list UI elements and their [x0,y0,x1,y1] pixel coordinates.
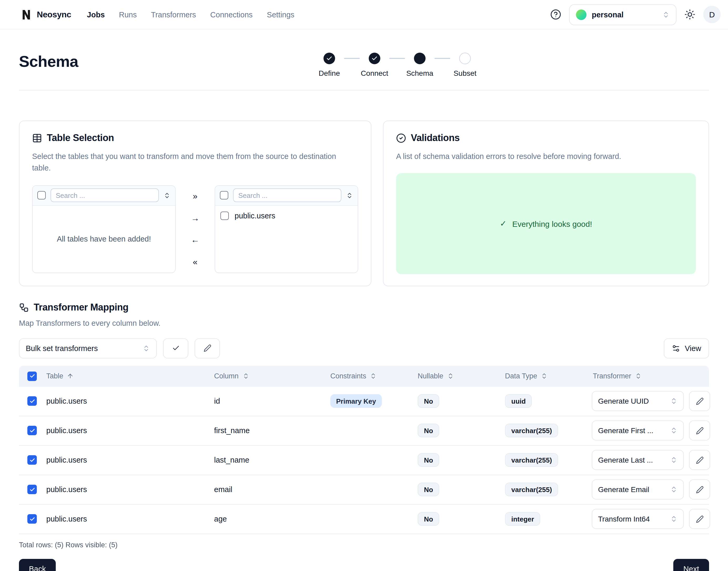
table-row: public.users last_name No varchar(255) G… [19,446,709,475]
workspace-name: personal [592,10,623,19]
theme-toggle-button[interactable] [684,9,695,20]
row-checkbox[interactable] [27,455,37,465]
arrow-up-icon [67,373,74,380]
step-complete-icon [369,52,380,64]
step-label: Connect [361,69,388,77]
sort-header-transformer[interactable]: Transformer [588,372,709,380]
step-schema[interactable]: Schema [405,52,434,77]
view-options-button[interactable]: View [664,338,709,358]
sort-header-column[interactable]: Column [209,372,325,380]
sort-header-constraints[interactable]: Constraints [325,372,412,380]
destination-table-item[interactable]: public.users [215,206,358,226]
success-check-icon: ✓ [500,219,506,229]
bulk-set-transformers-select[interactable]: Bulk set transformers [19,338,157,358]
transformer-select[interactable]: Generate UUID [592,391,684,411]
apply-bulk-button[interactable] [163,338,188,358]
table-selection-title: Table Selection [47,133,114,144]
sort-header-nullable[interactable]: Nullable [412,372,500,380]
user-avatar[interactable]: D [703,6,721,23]
nav-item-transformers[interactable]: Transformers [151,10,196,19]
chevrons-up-down-icon [670,486,678,493]
chevrons-up-down-icon [670,397,678,405]
step-label: Subset [453,69,476,77]
back-button[interactable]: Back [19,559,56,571]
schema-table: Table Column Constraints Nullable Data T… [19,366,709,549]
row-checkbox[interactable] [27,515,37,524]
nav-item-connections[interactable]: Connections [210,10,253,19]
move-all-left-button[interactable]: « [187,254,203,270]
user-avatar-initial: D [709,10,715,19]
datatype-badge: varchar(255) [505,424,558,438]
help-icon [550,9,561,20]
transformer-mapping-title: Transformer Mapping [34,302,128,313]
table-item-label: public.users [235,212,275,220]
row-column-name: id [209,397,325,406]
nav-item-settings[interactable]: Settings [267,10,295,19]
row-column-name: first_name [209,427,325,435]
row-checkbox[interactable] [27,426,37,436]
validation-success-box: ✓ Everything looks good! [396,174,696,274]
sort-header-table[interactable]: Table [41,372,209,380]
edit-transformer-button[interactable] [689,509,710,529]
transformer-select[interactable]: Transform Int64 [592,509,684,529]
edit-bulk-button[interactable] [195,338,220,358]
move-right-button[interactable]: → [187,210,203,226]
row-checkbox[interactable] [27,485,37,494]
nav-item-runs[interactable]: Runs [119,10,137,19]
pencil-icon [696,427,704,435]
step-connector [389,58,405,59]
edit-transformer-button[interactable] [689,450,710,470]
move-left-button[interactable]: ← [187,232,203,248]
table-header-row: Table Column Constraints Nullable Data T… [19,366,709,387]
edit-transformer-button[interactable] [689,421,710,441]
edit-transformer-button[interactable] [689,391,710,411]
step-connect[interactable]: Connect [360,52,389,77]
validations-description: A list of schema validation errors to re… [396,150,696,162]
step-define[interactable]: Define [315,52,344,77]
step-connector [344,58,360,59]
workflow-icon [19,303,29,313]
nullable-badge: No [418,394,439,408]
row-checkbox[interactable] [27,396,37,406]
bulk-select-label: Bulk set transformers [26,344,98,353]
source-sort-button[interactable] [164,192,170,199]
sort-header-datatype[interactable]: Data Type [500,372,588,380]
help-button[interactable] [550,9,561,20]
select-all-destination-checkbox[interactable] [220,191,228,200]
transformer-select[interactable]: Generate First ... [592,421,684,441]
move-all-right-button[interactable]: » [187,189,203,204]
workspace-select[interactable]: personal [569,4,677,25]
table-row: public.users first_name No varchar(255) … [19,416,709,446]
nullable-badge: No [418,453,439,467]
row-column-name: email [209,485,325,494]
table-row: public.users age No integer Transform In… [19,505,709,534]
nav-item-jobs[interactable]: Jobs [87,10,105,19]
row-table-name: public.users [41,485,209,494]
chevrons-up-down-icon [662,11,670,18]
step-connector [434,58,450,59]
table-selection-description: Select the tables that you want to trans… [32,150,353,174]
chevrons-up-down-icon [370,373,377,380]
edit-transformer-button[interactable] [689,480,710,500]
chevrons-up-down-icon [164,192,170,199]
transformer-select[interactable]: Generate Email [592,480,684,500]
page-title: Schema [19,52,78,71]
select-all-source-checkbox[interactable] [37,191,46,200]
table-item-checkbox[interactable] [221,212,229,220]
step-complete-icon [323,52,335,64]
chevrons-up-down-icon [670,516,678,523]
source-search-input[interactable] [50,189,159,202]
destination-sort-button[interactable] [346,192,353,199]
destination-search-input[interactable] [233,189,341,202]
row-column-name: last_name [209,456,325,464]
chevrons-up-down-icon [541,373,548,380]
select-all-rows-checkbox[interactable] [27,371,37,381]
transformer-mapping-description: Map Transformers to every column below. [19,318,340,329]
source-empty-message: All tables have been added! [33,206,175,272]
next-button[interactable]: Next [673,559,709,571]
table-icon [32,133,42,143]
transformer-select[interactable]: Generate Last ... [592,450,684,470]
brand[interactable]: Neosync [20,8,71,21]
step-subset[interactable]: Subset [450,52,480,77]
transformer-select-label: Generate UUID [598,397,649,406]
